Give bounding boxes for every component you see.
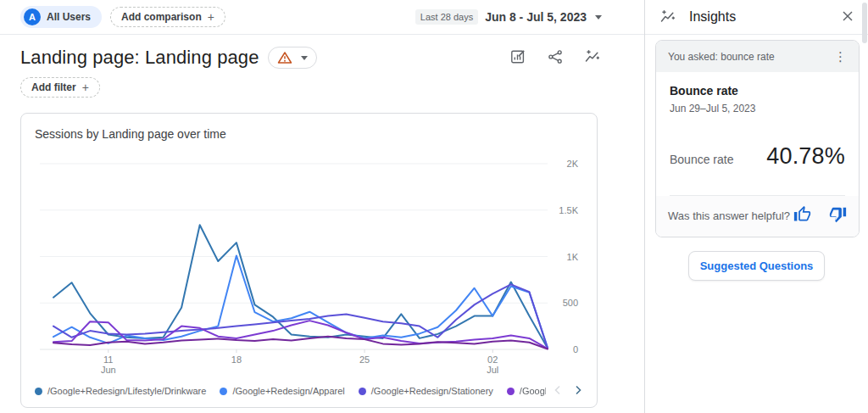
legend-label: /Google+Redesign/Apparel [232, 386, 344, 396]
svg-text:1.5K: 1.5K [559, 205, 578, 215]
svg-text:1K: 1K [567, 252, 579, 262]
insight-menu-button[interactable]: ⋮ [834, 50, 847, 63]
thumbs-up-icon [793, 205, 811, 226]
insight-date-range: Jun 29–Jul 5, 2023 [670, 103, 845, 114]
insights-icon [659, 8, 677, 26]
legend-item[interactable]: /Google+Rede [507, 386, 546, 396]
svg-text:2K: 2K [567, 159, 579, 169]
thumbs-down-button[interactable] [828, 206, 847, 225]
filter-row: Add filter + [0, 69, 644, 98]
add-filter-label: Add filter [31, 81, 76, 93]
metric-value: 40.78% [766, 143, 845, 170]
caret-down-icon [595, 15, 602, 20]
caret-down-icon [301, 56, 308, 60]
svg-text:500: 500 [563, 298, 578, 308]
all-users-label: All Users [47, 11, 91, 23]
plus-icon: + [82, 81, 89, 93]
thumbs-down-icon [829, 205, 847, 226]
insight-card: You asked: bounce rate ⋮ Bounce rate Jun… [655, 40, 860, 237]
report-title-row: Landing page: Landing page [0, 35, 644, 69]
insights-icon [584, 48, 601, 68]
date-range-label: Jun 8 - Jul 5, 2023 [485, 10, 587, 24]
insights-button[interactable] [583, 48, 602, 67]
thumbs-up-button[interactable] [793, 206, 811, 225]
suggested-questions-button[interactable]: Suggested Questions [688, 251, 826, 281]
close-icon [841, 9, 854, 25]
date-range-preset-badge: Last 28 days [415, 9, 478, 25]
scrollbar[interactable] [862, 3, 867, 43]
svg-text:Jul: Jul [487, 365, 498, 375]
customize-report-icon [509, 48, 526, 68]
legend-label: /Google+Rede [520, 386, 546, 396]
svg-text:25: 25 [359, 354, 370, 365]
legend-next-button[interactable] [573, 386, 583, 396]
warning-icon [277, 51, 292, 64]
all-users-chip[interactable]: A All Users [20, 6, 102, 28]
topbar: A All Users Add comparison + Last 28 day… [0, 0, 644, 35]
legend-dot-icon [35, 388, 42, 395]
svg-text:Jun: Jun [101, 365, 116, 375]
legend-item[interactable]: /Google+Redesign/Apparel [220, 386, 344, 396]
close-panel-button[interactable] [841, 9, 854, 25]
add-comparison-button[interactable]: Add comparison + [110, 7, 225, 27]
insight-query-label: You asked: bounce rate [668, 51, 775, 63]
share-button[interactable] [546, 48, 565, 67]
insights-panel-title: Insights [689, 9, 736, 25]
feedback-prompt: Was this answer helpful? [668, 209, 790, 222]
legend-prev-button[interactable] [553, 386, 563, 396]
legend-item[interactable]: /Google+Redesign/Stationery [359, 386, 493, 396]
legend-dot-icon [220, 388, 227, 395]
insight-title: Bounce rate [670, 84, 845, 98]
legend-dot-icon [359, 388, 366, 395]
report-main: A All Users Add comparison + Last 28 day… [0, 0, 644, 413]
segment-avatar: A [24, 8, 41, 25]
insights-panel-header: Insights [645, 0, 868, 35]
insight-query-bar: You asked: bounce rate ⋮ [656, 41, 859, 72]
insights-panel: Insights You asked: bounce rate ⋮ Bounce… [644, 0, 868, 413]
metric-label: Bounce rate [670, 153, 734, 166]
chart-legend-items: /Google+Redesign/Lifestyle/Drinkware/Goo… [35, 386, 546, 396]
legend-dot-icon [507, 388, 515, 395]
legend-label: /Google+Redesign/Stationery [371, 386, 493, 396]
svg-text:11: 11 [103, 354, 113, 365]
insight-feedback-row: Was this answer helpful? [656, 196, 859, 237]
add-comparison-label: Add comparison [121, 11, 202, 23]
page-title: Landing page: Landing page [20, 47, 259, 69]
chart-title: Sessions by Landing page over time [35, 127, 583, 141]
data-quality-button[interactable] [268, 47, 317, 69]
legend-item[interactable]: /Google+Redesign/Lifestyle/Drinkware [35, 386, 206, 396]
add-filter-button[interactable]: Add filter + [20, 77, 100, 98]
sessions-chart-card: Sessions by Landing page over time 05001… [20, 113, 598, 408]
plus-icon: + [208, 11, 214, 23]
chevron-left-icon [554, 385, 562, 398]
svg-text:0: 0 [573, 344, 578, 354]
svg-text:18: 18 [231, 354, 242, 365]
chart-legend: /Google+Redesign/Lifestyle/Drinkware/Goo… [35, 380, 583, 402]
svg-text:02: 02 [487, 354, 498, 365]
sessions-line-chart[interactable]: 05001K1.5K2K11Jun182502Jul [35, 146, 583, 375]
share-icon [547, 48, 564, 68]
date-range-picker[interactable]: Last 28 days Jun 8 - Jul 5, 2023 [415, 9, 602, 25]
customize-report-button[interactable] [509, 48, 527, 67]
legend-label: /Google+Redesign/Lifestyle/Drinkware [47, 386, 206, 396]
chevron-right-icon [574, 385, 582, 398]
